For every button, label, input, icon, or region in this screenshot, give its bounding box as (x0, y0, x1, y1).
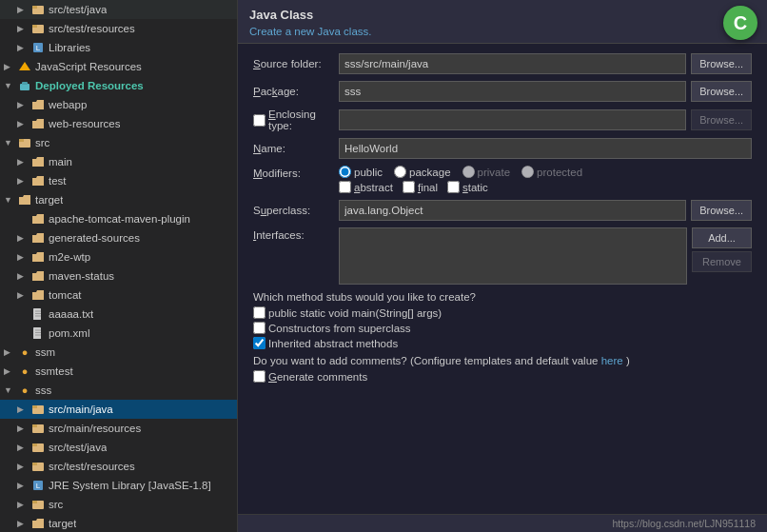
stub-abstract-checkbox[interactable] (253, 337, 266, 349)
tree-item-src-main-java[interactable]: ▶src/main/java (0, 400, 237, 419)
modifier-final-label[interactable]: final (418, 182, 438, 193)
stub-abstract-label[interactable]: Inherited abstract methods (268, 338, 398, 349)
stub-main-label[interactable]: public static void main(String[] args) (268, 307, 442, 319)
status-url: https://blog.csdn.net/LJN951118 (612, 518, 756, 529)
svg-rect-3 (32, 25, 37, 28)
tree-arrow-tomcat: ▶ (17, 290, 30, 300)
add-interface-button[interactable]: Add... (692, 227, 752, 248)
tree-item-jre-system-library[interactable]: ▶LJRE System Library [JavaSE-1.8] (0, 476, 237, 495)
tree-icon-ssmtest: ● (17, 364, 32, 379)
tree-icon-src-test-java (30, 2, 46, 17)
comments-here-link[interactable]: here (601, 355, 623, 366)
modifier-package-label[interactable]: package (409, 167, 450, 178)
superclass-input[interactable] (339, 200, 686, 221)
tree-item-sss[interactable]: ▼●sss (0, 381, 237, 400)
tree-item-webapp[interactable]: ▶webapp (0, 95, 237, 114)
tree-item-src2[interactable]: ▶src (0, 495, 237, 514)
tree-item-src-main-resources[interactable]: ▶src/main/resources (0, 419, 237, 438)
enclosing-type-input[interactable] (339, 109, 686, 130)
superclass-browse-button[interactable]: Browse... (691, 200, 752, 221)
modifier-abstract-checkbox[interactable] (339, 181, 351, 193)
stub-constructors-label[interactable]: Constructors from superclass (268, 323, 411, 334)
tree-item-tomcat[interactable]: ▶tomcat (0, 286, 237, 305)
tree-item-main[interactable]: ▶main (0, 152, 237, 171)
tree-item-apache-tomcat-maven-plugin[interactable]: apache-tomcat-maven-plugin (0, 209, 237, 228)
enclosing-type-checkbox[interactable] (253, 114, 266, 127)
tree-item-target[interactable]: ▼target (0, 190, 237, 209)
tree-item-target2[interactable]: ▶target (0, 514, 237, 532)
tree-icon-test (30, 173, 46, 188)
svg-rect-26 (32, 463, 37, 465)
tree-arrow-src-test-java2: ▶ (17, 443, 30, 452)
tree-item-web-resources[interactable]: ▶web-resources (0, 114, 237, 133)
svg-rect-22 (32, 424, 37, 427)
tree-arrow-ssmtest: ▶ (4, 366, 17, 376)
svg-rect-8 (22, 82, 28, 85)
tree-item-src-test-resources2[interactable]: ▶src/test/resources (0, 457, 237, 476)
stub-main-checkbox[interactable] (253, 306, 266, 319)
modifier-static-label[interactable]: static (462, 182, 488, 193)
modifier-private-radio[interactable] (462, 166, 475, 178)
tree-item-src-test-java2[interactable]: ▶src/test/java (0, 438, 237, 457)
svg-rect-7 (20, 84, 30, 90)
tree-item-maven-status[interactable]: ▶maven-status (0, 266, 237, 286)
tree-arrow-web-resources: ▶ (17, 119, 30, 128)
modifier-protected-radio[interactable] (521, 166, 534, 178)
interfaces-list[interactable] (339, 227, 687, 285)
tree-icon-src-main-resources (30, 421, 46, 436)
tree-arrow-src-test-resources: ▶ (17, 24, 30, 33)
tree-arrow-src2: ▶ (17, 500, 30, 509)
stub-abstract-item: Inherited abstract methods (253, 337, 748, 349)
tree-icon-target (17, 192, 32, 207)
tree-item-libraries[interactable]: ▶LLibraries (0, 38, 237, 57)
modifiers-label: Modifiers: (253, 166, 339, 179)
enclosing-type-row: Enclosing type: Browse... (253, 108, 752, 131)
source-folder-input[interactable] (339, 53, 686, 74)
package-input[interactable] (339, 81, 686, 102)
modifier-public-radio[interactable] (339, 166, 351, 178)
remove-interface-button[interactable]: Remove (692, 251, 752, 272)
enclosing-type-label-text[interactable]: Enclosing type: (268, 108, 329, 131)
generate-comments-label[interactable]: Generate comments (268, 371, 367, 383)
generate-comments-checkbox[interactable] (253, 370, 266, 383)
dialog-header: Java Class Create a new Java class. C (238, 0, 767, 44)
package-label-text: Package: (253, 86, 299, 97)
tree-item-m2e-wtp[interactable]: ▶m2e-wtp (0, 247, 237, 266)
tree-icon-libraries: L (30, 40, 46, 55)
tree-icon-target2 (30, 516, 46, 531)
tree-item-deployed-resources[interactable]: ▼Deployed Resources (0, 76, 237, 95)
tree-item-aaaaa-txt[interactable]: aaaaa.txt (0, 305, 237, 324)
package-browse-button[interactable]: Browse... (691, 81, 752, 102)
modifiers-checkboxes: abstract final static (339, 181, 590, 193)
tree-item-ssmtest[interactable]: ▶●ssmtest (0, 362, 237, 381)
source-folder-browse-button[interactable]: Browse... (691, 53, 752, 74)
tree-item-src-test-java[interactable]: ▶src/test/java (0, 0, 237, 19)
enclosing-type-browse-button[interactable]: Browse... (691, 109, 752, 130)
tree-label-src-main-resources: src/main/resources (49, 423, 141, 434)
modifier-private-label: private (478, 167, 511, 178)
tree-item-generated-sources[interactable]: ▶generated-sources (0, 228, 237, 247)
modifier-final: final (403, 181, 438, 193)
tree-item-src-test-resources[interactable]: ▶src/test/resources (0, 19, 237, 38)
modifier-final-checkbox[interactable] (403, 181, 415, 193)
source-folder-label-text: Source folder: (253, 58, 322, 69)
modifier-abstract-label[interactable]: abstract (354, 182, 393, 193)
java-logo: C (723, 6, 757, 40)
name-input[interactable] (339, 138, 752, 159)
modifier-static-checkbox[interactable] (447, 181, 460, 193)
tree-icon-generated-sources (30, 230, 46, 246)
modifier-public-label[interactable]: public (354, 167, 383, 178)
tree-item-test[interactable]: ▶test (0, 171, 237, 190)
tree-item-javascript-resources[interactable]: ▶JavaScript Resources (0, 57, 237, 76)
tree-item-ssm[interactable]: ▶●ssm (0, 343, 237, 362)
modifier-package-radio[interactable] (394, 166, 406, 178)
source-folder-label: Source folder: (253, 58, 339, 69)
stub-constructors-checkbox[interactable] (253, 322, 266, 334)
svg-rect-20 (32, 405, 37, 408)
tree-label-src2: src (49, 499, 63, 510)
modifiers-label-text: Modifiers: (253, 167, 301, 179)
interfaces-label-text: Interfaces: (253, 229, 305, 241)
tree-item-src[interactable]: ▼src (0, 133, 237, 152)
tree-item-pom-xml[interactable]: pom.xml (0, 324, 237, 343)
dialog-subtitle[interactable]: Create a new Java class. (249, 26, 756, 37)
